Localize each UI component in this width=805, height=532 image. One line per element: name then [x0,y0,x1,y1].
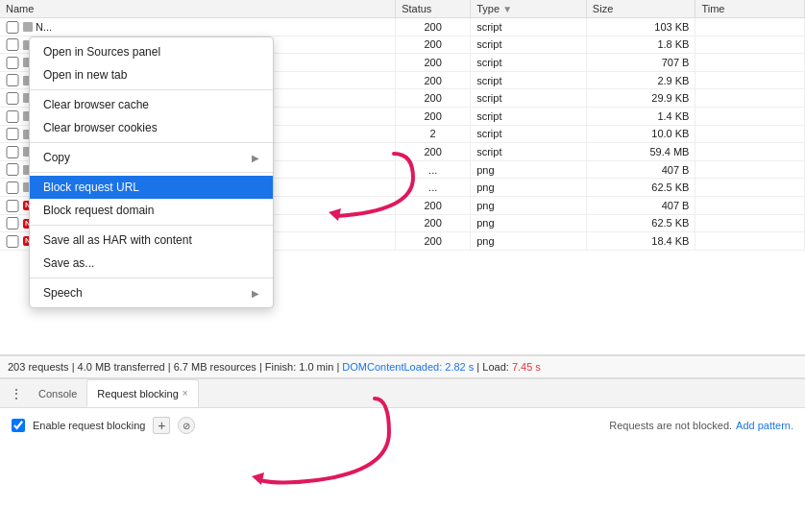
cell-time [695,125,805,143]
row-checkbox[interactable] [6,235,19,248]
menu-item[interactable]: Clear browser cache [30,93,273,116]
menu-item-label: Speech [43,286,83,300]
add-pattern-link[interactable]: Add pattern. [736,420,793,431]
row-checkbox[interactable] [6,21,19,34]
cell-time [695,36,805,54]
cell-size: 2.9 KB [586,71,695,89]
load-time-link[interactable]: 7.45 s [512,361,541,373]
cell-size: 407 B [586,196,695,214]
row-name-text: N... [36,21,52,33]
cell-type: script [471,54,587,72]
not-blocked-text: Requests are not blocked. [609,420,732,431]
menu-item-label: Save all as HAR with content [43,233,192,247]
col-header-size[interactable]: Size [586,0,695,18]
menu-separator [30,172,273,173]
cell-time [695,143,805,161]
cell-status: 200 [396,214,471,232]
cell-type: png [471,196,587,214]
menu-separator [30,142,273,143]
col-header-type[interactable]: Type ▼ [471,0,587,18]
bottom-panel: ⋮ Console Request blocking × Enable requ… [0,378,805,443]
menu-item[interactable]: Open in new tab [30,63,273,86]
cell-time [695,232,805,251]
menu-separator [30,89,273,90]
row-checkbox[interactable] [6,163,19,176]
cell-status: 200 [396,107,471,125]
menu-item-label: Block request URL [43,181,139,194]
row-checkbox[interactable] [6,57,19,69]
cell-status: ... [396,179,471,197]
cell-status: 200 [396,36,471,54]
cell-type: script [471,89,587,108]
bottom-right-status: Requests are not blocked. Add pattern. [609,420,793,431]
col-header-status[interactable]: Status [396,0,471,18]
cell-time [695,179,805,197]
enable-request-blocking-checkbox[interactable] [12,419,25,432]
tab-console[interactable]: Console [29,379,86,407]
row-checkbox[interactable] [6,92,19,105]
menu-item-label: Copy [43,151,70,164]
row-checkbox[interactable] [6,38,19,51]
enable-request-blocking-label: Enable request blocking [33,420,145,431]
cell-status: 200 [396,71,471,89]
menu-item-label: Open in new tab [43,68,127,82]
cell-type: png [471,179,587,197]
cell-size: 59.4 MB [586,143,695,161]
cell-type: png [471,160,587,179]
cell-time [695,196,805,214]
more-tabs-button[interactable]: ⋮ [4,386,29,401]
menu-item[interactable]: Save as... [30,252,273,275]
cell-status: 2 [396,125,471,143]
cell-size: 29.9 KB [586,89,695,108]
cell-status: 200 [396,232,471,251]
menu-item[interactable]: Clear browser cookies [30,116,273,139]
menu-item-label: Clear browser cache [43,98,149,111]
cell-size: 1.8 KB [586,36,695,54]
bottom-tabs-bar: ⋮ Console Request blocking × [0,379,805,408]
cell-time [695,71,805,89]
cell-time [695,214,805,232]
menu-item[interactable]: Block request URL [30,176,273,199]
cell-size: 18.4 KB [586,232,695,251]
cell-status: ... [396,160,471,179]
menu-item[interactable]: Copy▶ [30,146,273,169]
row-checkbox[interactable] [6,217,19,230]
dom-content-loaded-link[interactable]: DOMContentLoaded: 2.82 s [342,361,474,373]
cell-size: 103 KB [586,18,695,36]
row-checkbox[interactable] [6,74,19,86]
context-menu: Open in Sources panelOpen in new tabClea… [29,36,274,308]
menu-item[interactable]: Block request domain [30,199,273,222]
close-tab-button[interactable]: × [183,388,188,399]
row-checkbox[interactable] [6,200,19,212]
cell-size: 62.5 KB [586,214,695,232]
menu-item[interactable]: Speech▶ [30,281,273,304]
row-checkbox[interactable] [6,181,19,194]
cell-status: 200 [396,196,471,214]
row-checkbox[interactable] [6,146,19,158]
add-pattern-button[interactable]: + [153,417,170,434]
cell-time [695,89,805,108]
menu-item[interactable]: Save all as HAR with content [30,229,273,252]
cell-size: 1.4 KB [586,107,695,125]
col-header-time[interactable]: Time [695,0,805,18]
cell-time [695,107,805,125]
row-checkbox[interactable] [6,110,19,123]
cell-type: script [471,71,587,89]
menu-item[interactable]: Open in Sources panel [30,40,273,63]
cell-time [695,54,805,72]
col-header-name[interactable]: Name [0,0,396,18]
menu-item-label: Save as... [43,256,94,270]
submenu-arrow-icon: ▶ [252,288,259,299]
block-icon-button[interactable]: ⊘ [178,417,195,434]
file-icon [23,22,33,32]
cell-size: 707 B [586,54,695,72]
cell-status: 200 [396,89,471,108]
cell-type: png [471,214,587,232]
menu-separator [30,225,273,226]
submenu-arrow-icon: ▶ [252,153,259,163]
table-row[interactable]: N...200script103 KB [0,18,805,36]
tab-request-blocking[interactable]: Request blocking × [86,379,198,407]
row-checkbox[interactable] [6,128,19,140]
cell-type: png [471,232,587,251]
menu-item-label: Open in Sources panel [43,45,160,59]
